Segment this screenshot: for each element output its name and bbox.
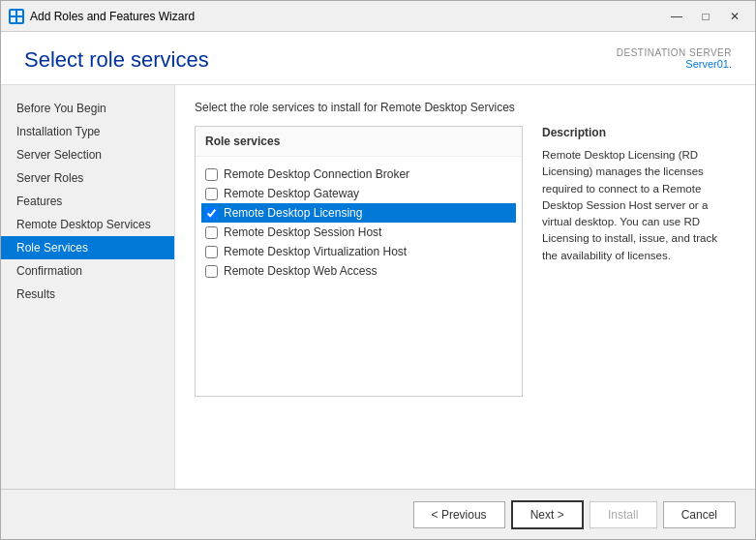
role-service-item-1[interactable]: Remote Desktop Gateway xyxy=(201,184,516,203)
wizard-body: Before You BeginInstallation TypeServer … xyxy=(1,85,755,489)
role-service-item-0[interactable]: Remote Desktop Connection Broker xyxy=(201,165,516,184)
role-service-label-5: Remote Desktop Web Access xyxy=(224,264,378,278)
window-title: Add Roles and Features Wizard xyxy=(30,10,195,23)
sidebar-item-results[interactable]: Results xyxy=(1,283,174,306)
role-service-label-0: Remote Desktop Connection Broker xyxy=(224,167,409,181)
wizard-header: Select role services DESTINATION SERVER … xyxy=(1,32,755,85)
maximize-button[interactable]: □ xyxy=(693,7,718,26)
previous-button[interactable]: < Previous xyxy=(413,501,505,528)
description-text: Remote Desktop Licensing (RD Licensing) … xyxy=(542,147,736,264)
description-panel: Description Remote Desktop Licensing (RD… xyxy=(542,126,736,397)
sidebar-item-remote-desktop-services[interactable]: Remote Desktop Services xyxy=(1,213,174,236)
role-services-panel: Role services Remote Desktop Connection … xyxy=(195,126,523,397)
cancel-button[interactable]: Cancel xyxy=(663,501,736,528)
sidebar-item-features[interactable]: Features xyxy=(1,190,174,213)
install-button: Install xyxy=(590,501,657,528)
page-title: Select role services xyxy=(24,47,209,73)
sidebar-item-confirmation[interactable]: Confirmation xyxy=(1,259,174,283)
destination-server-info: DESTINATION SERVER Server01. xyxy=(617,47,732,70)
role-service-checkbox-0[interactable] xyxy=(205,168,218,181)
sidebar-item-server-roles[interactable]: Server Roles xyxy=(1,166,174,190)
title-bar-left: Add Roles and Features Wizard xyxy=(9,9,195,24)
close-button[interactable]: ✕ xyxy=(722,7,747,26)
sidebar-item-role-services[interactable]: Role Services xyxy=(1,236,174,259)
sidebar-item-before-you-begin[interactable]: Before You Begin xyxy=(1,97,174,120)
sidebar: Before You BeginInstallation TypeServer … xyxy=(1,85,175,489)
role-service-label-3: Remote Desktop Session Host xyxy=(224,225,381,239)
description-title: Description xyxy=(542,126,736,139)
server-name: Server01. xyxy=(617,58,732,70)
role-service-label-1: Remote Desktop Gateway xyxy=(224,187,359,200)
svg-rect-0 xyxy=(11,11,15,15)
svg-rect-3 xyxy=(17,17,22,22)
title-bar-controls: — □ ✕ xyxy=(664,7,747,26)
role-service-item-3[interactable]: Remote Desktop Session Host xyxy=(201,223,516,242)
next-button[interactable]: Next > xyxy=(511,500,584,529)
role-service-item-5[interactable]: Remote Desktop Web Access xyxy=(201,261,516,281)
role-service-item-4[interactable]: Remote Desktop Virtualization Host xyxy=(201,242,516,261)
role-service-checkbox-4[interactable] xyxy=(205,246,218,258)
sidebar-item-installation-type[interactable]: Installation Type xyxy=(1,120,174,143)
role-service-checkbox-3[interactable] xyxy=(205,226,218,239)
footer: < Previous Next > Install Cancel xyxy=(1,489,755,539)
destination-label: DESTINATION SERVER xyxy=(617,47,732,58)
svg-rect-1 xyxy=(17,11,22,15)
panel-header: Role services xyxy=(196,127,522,157)
wizard-window: Add Roles and Features Wizard — □ ✕ Sele… xyxy=(0,0,756,540)
role-service-label-4: Remote Desktop Virtualization Host xyxy=(224,245,407,258)
role-service-checkbox-2[interactable] xyxy=(205,207,218,220)
instruction-text: Select the role services to install for … xyxy=(195,101,736,114)
title-bar: Add Roles and Features Wizard — □ ✕ xyxy=(1,1,755,32)
role-service-checkbox-5[interactable] xyxy=(205,265,218,278)
two-column-layout: Role services Remote Desktop Connection … xyxy=(195,126,736,397)
minimize-button[interactable]: — xyxy=(664,7,689,26)
panel-list: Remote Desktop Connection BrokerRemote D… xyxy=(196,157,522,288)
svg-rect-2 xyxy=(11,17,15,22)
role-service-label-2: Remote Desktop Licensing xyxy=(224,206,362,220)
role-service-checkbox-1[interactable] xyxy=(205,188,218,200)
content-area: Select the role services to install for … xyxy=(175,85,755,489)
sidebar-item-server-selection[interactable]: Server Selection xyxy=(1,143,174,166)
app-icon xyxy=(9,9,24,24)
role-service-item-2[interactable]: Remote Desktop Licensing xyxy=(201,203,516,223)
